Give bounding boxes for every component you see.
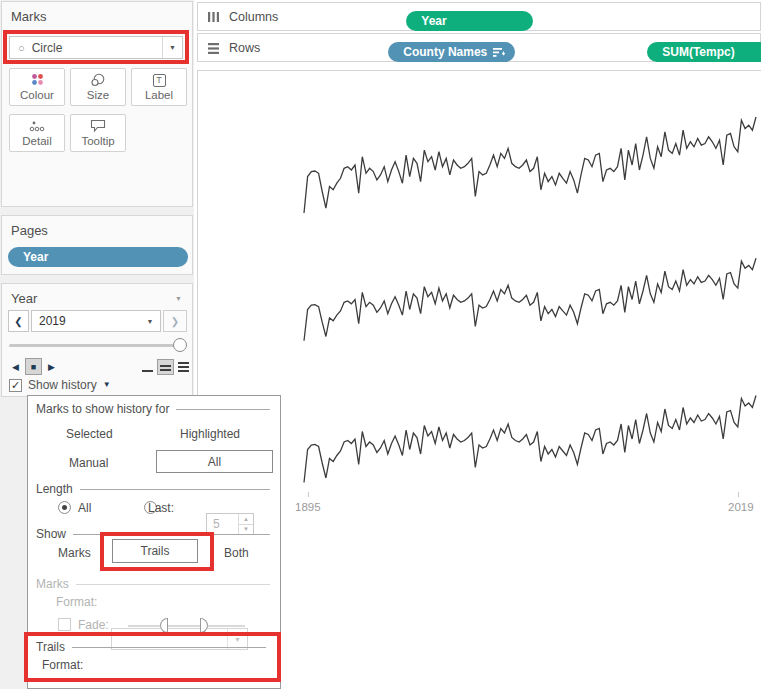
chevron-down-icon: ▼ <box>147 318 154 325</box>
x-axis-tick-right <box>738 492 739 497</box>
speed-fast-button[interactable] <box>175 359 192 375</box>
show-both-option[interactable]: Both <box>224 546 249 560</box>
show-trails-button[interactable]: Trails <box>112 539 198 563</box>
popup-section-marks-for: Marks to show history for <box>36 402 270 416</box>
rows-pill-sum-tempc[interactable]: SUM(Tempc) Δ <box>647 42 761 62</box>
show-history-chevron-down-icon[interactable]: ▼ <box>103 381 111 389</box>
spinner-up-icon[interactable]: ▲ <box>239 514 253 525</box>
manual-option[interactable]: Manual <box>69 456 108 470</box>
marks-section-title: Marks <box>36 577 69 591</box>
chevron-right-icon: ❯ <box>171 316 179 327</box>
popup-section-length: Length <box>36 482 270 496</box>
mark-type-dropdown[interactable]: ○ Circle ▼ <box>9 36 183 59</box>
all-marks-button-label: All <box>208 455 221 469</box>
tooltip-button[interactable]: Tooltip <box>70 114 126 152</box>
marks-card: Marks ○ Circle ▼ Colour Size T Label Det… <box>1 1 193 207</box>
current-page-dropdown-button[interactable]: ▼ <box>140 311 160 331</box>
stop-icon: ■ <box>31 362 36 372</box>
step-backward-button[interactable]: ◀ <box>7 358 24 375</box>
popup-section-marks-format: Marks <box>36 577 270 591</box>
chevron-down-icon: ▼ <box>169 44 176 51</box>
label-icon: T <box>153 74 166 87</box>
columns-shelf[interactable]: Columns Year <box>197 2 761 31</box>
show-history-label: Show history <box>28 378 97 392</box>
page-slider-handle[interactable] <box>173 338 187 352</box>
page-slider-track[interactable] <box>9 344 182 347</box>
popup-section-trails: Trails <box>36 640 266 654</box>
card-menu-chevron-down-icon[interactable]: ▼ <box>175 295 182 302</box>
fade-checkbox[interactable] <box>58 618 71 631</box>
marks-format-label: Format: <box>56 595 97 609</box>
trails-section-title: Trails <box>36 640 65 654</box>
detail-button-label: Detail <box>22 135 51 147</box>
marks-for-title: Marks to show history for <box>36 402 169 416</box>
all-marks-button[interactable]: All <box>156 450 273 473</box>
show-history-popup: Marks to show history for Selected Highl… <box>27 395 281 689</box>
label-button[interactable]: T Label <box>131 68 187 106</box>
step-backward-icon: ◀ <box>12 362 19 372</box>
speed-medium-button[interactable] <box>157 359 174 375</box>
rows-pill-county-names[interactable]: County Names <box>388 42 515 62</box>
trails-format-label: Format: <box>42 658 83 672</box>
sort-descending-icon[interactable] <box>493 47 505 58</box>
mark-type-value: Circle <box>32 41 63 55</box>
size-icon <box>90 73 106 87</box>
colour-button-label: Colour <box>20 89 54 101</box>
fade-slider-handle-left[interactable] <box>160 618 168 633</box>
step-forward-icon: ▶ <box>48 362 55 372</box>
x-axis-label-end: 2019 <box>728 501 754 513</box>
fade-slider-track[interactable] <box>128 625 245 627</box>
line-chart-row-2[interactable] <box>301 251 759 348</box>
rows-icon <box>207 42 220 54</box>
marks-card-title: Marks <box>11 9 46 24</box>
show-history-row[interactable]: ✓ Show history ▼ <box>9 378 111 392</box>
page-control-card: Year ▼ ❮ 2019 ▼ ❯ ◀ ■ ▶ ✓ Show history ▼ <box>1 283 193 397</box>
speed-fast-icon <box>178 370 189 372</box>
tooltip-button-label: Tooltip <box>81 135 114 147</box>
speed-slow-button[interactable] <box>139 359 156 375</box>
previous-page-button[interactable]: ❮ <box>8 310 29 332</box>
length-title: Length <box>36 482 73 496</box>
step-forward-button[interactable]: ▶ <box>43 358 60 375</box>
mark-type-dropdown-button[interactable]: ▼ <box>162 37 182 58</box>
rows-shelf[interactable]: Rows County Names SUM(Tempc) Δ <box>197 33 761 62</box>
tooltip-icon <box>90 119 106 133</box>
current-page-dropdown[interactable]: 2019 ▼ <box>31 310 161 332</box>
chevron-left-icon: ❮ <box>14 316 22 327</box>
fade-label: Fade: <box>78 618 109 632</box>
show-marks-option[interactable]: Marks <box>58 546 91 560</box>
pages-pill-label: Year <box>23 250 48 264</box>
line-chart-row-3[interactable] <box>301 388 759 490</box>
show-history-checkbox[interactable]: ✓ <box>9 379 22 392</box>
show-trails-label: Trails <box>141 544 170 558</box>
columns-icon <box>207 11 220 23</box>
worksheet-view[interactable]: 1895 2019 <box>197 70 761 689</box>
line-chart-row-1[interactable] <box>301 109 759 221</box>
highlighted-option[interactable]: Highlighted <box>180 427 240 441</box>
length-last-label[interactable]: Last: <box>148 501 174 515</box>
columns-shelf-label: Columns <box>229 10 278 24</box>
circle-mark-icon: ○ <box>18 42 25 54</box>
label-button-label: Label <box>145 89 173 101</box>
pages-card: Pages Year <box>1 215 193 275</box>
check-icon: ✓ <box>11 379 20 392</box>
speed-slow-icon <box>142 370 153 372</box>
columns-pill-year[interactable]: Year <box>406 11 533 31</box>
columns-pill-label: Year <box>421 14 446 28</box>
pages-card-title: Pages <box>11 223 48 238</box>
colour-icon <box>30 73 45 87</box>
size-button[interactable]: Size <box>70 68 126 106</box>
colour-button[interactable]: Colour <box>9 68 65 106</box>
detail-button[interactable]: Detail <box>9 114 65 152</box>
rows-shelf-label: Rows <box>229 41 260 55</box>
next-page-button[interactable]: ❯ <box>163 310 187 332</box>
size-button-label: Size <box>87 89 109 101</box>
pages-pill-year[interactable]: Year <box>8 247 188 267</box>
rows-pill-county-label: County Names <box>403 45 487 59</box>
length-all-radio[interactable] <box>58 501 71 514</box>
stop-button[interactable]: ■ <box>25 358 42 375</box>
length-all-label[interactable]: All <box>78 501 91 515</box>
selected-option[interactable]: Selected <box>66 427 113 441</box>
rows-pill-sum-label: SUM(Tempc) <box>662 45 734 59</box>
current-page-value: 2019 <box>39 314 66 328</box>
